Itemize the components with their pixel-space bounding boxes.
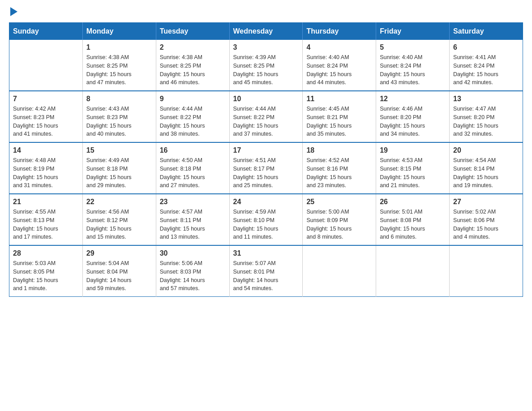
day-info: Sunrise: 4:38 AM Sunset: 8:25 PM Dayligh… (160, 53, 226, 87)
day-header-sunday: Sunday (9, 23, 83, 40)
day-number: 29 (86, 249, 152, 257)
day-number: 7 (13, 95, 79, 103)
day-number: 18 (306, 146, 372, 154)
day-info: Sunrise: 4:56 AM Sunset: 8:12 PM Dayligh… (86, 208, 152, 241)
day-number: 10 (233, 95, 299, 103)
calendar-cell: 8Sunrise: 4:43 AM Sunset: 8:23 PM Daylig… (82, 91, 156, 142)
calendar-cell: 13Sunrise: 4:47 AM Sunset: 8:20 PM Dayli… (450, 91, 523, 142)
day-info: Sunrise: 4:41 AM Sunset: 8:24 PM Dayligh… (453, 53, 519, 87)
day-info: Sunrise: 5:04 AM Sunset: 8:04 PM Dayligh… (86, 259, 152, 293)
day-info: Sunrise: 4:53 AM Sunset: 8:15 PM Dayligh… (380, 156, 446, 190)
calendar-cell: 9Sunrise: 4:44 AM Sunset: 8:22 PM Daylig… (156, 91, 229, 142)
day-info: Sunrise: 4:47 AM Sunset: 8:20 PM Dayligh… (453, 105, 519, 138)
day-header-wednesday: Wednesday (229, 23, 303, 40)
day-number: 2 (160, 43, 226, 51)
day-number: 27 (453, 198, 519, 206)
day-info: Sunrise: 4:44 AM Sunset: 8:22 PM Dayligh… (160, 105, 226, 138)
calendar-cell: 21Sunrise: 4:55 AM Sunset: 8:13 PM Dayli… (9, 194, 83, 245)
day-info: Sunrise: 5:01 AM Sunset: 8:08 PM Dayligh… (380, 208, 446, 241)
page-header (9, 9, 523, 13)
calendar-cell: 6Sunrise: 4:41 AM Sunset: 8:24 PM Daylig… (450, 40, 523, 91)
day-info: Sunrise: 4:48 AM Sunset: 8:19 PM Dayligh… (13, 156, 79, 190)
day-number: 3 (233, 43, 299, 51)
day-number: 31 (233, 249, 299, 257)
logo-arrow-icon (10, 7, 17, 16)
day-number: 12 (380, 95, 446, 103)
day-number: 17 (233, 146, 299, 154)
calendar-cell (376, 245, 450, 297)
calendar-cell: 26Sunrise: 5:01 AM Sunset: 8:08 PM Dayli… (376, 194, 450, 245)
day-info: Sunrise: 4:39 AM Sunset: 8:25 PM Dayligh… (233, 53, 299, 87)
calendar-cell: 2Sunrise: 4:38 AM Sunset: 8:25 PM Daylig… (156, 40, 229, 91)
calendar-cell: 3Sunrise: 4:39 AM Sunset: 8:25 PM Daylig… (229, 40, 303, 91)
calendar-cell: 25Sunrise: 5:00 AM Sunset: 8:09 PM Dayli… (303, 194, 376, 245)
day-number: 11 (306, 95, 372, 103)
day-info: Sunrise: 4:42 AM Sunset: 8:23 PM Dayligh… (13, 105, 79, 138)
day-header-monday: Monday (82, 23, 156, 40)
day-number: 25 (306, 198, 372, 206)
day-info: Sunrise: 4:59 AM Sunset: 8:10 PM Dayligh… (233, 208, 299, 241)
day-info: Sunrise: 5:06 AM Sunset: 8:03 PM Dayligh… (160, 259, 226, 293)
day-number: 30 (160, 249, 226, 257)
day-header-friday: Friday (376, 23, 450, 40)
day-number: 20 (453, 146, 519, 154)
day-number: 5 (380, 43, 446, 51)
day-info: Sunrise: 4:50 AM Sunset: 8:18 PM Dayligh… (160, 156, 226, 190)
calendar-cell: 22Sunrise: 4:56 AM Sunset: 8:12 PM Dayli… (82, 194, 156, 245)
day-header-saturday: Saturday (450, 23, 523, 40)
day-header-thursday: Thursday (303, 23, 376, 40)
day-number: 15 (86, 146, 152, 154)
day-number: 28 (13, 249, 79, 257)
day-info: Sunrise: 4:57 AM Sunset: 8:11 PM Dayligh… (160, 208, 226, 241)
day-number: 22 (86, 198, 152, 206)
day-info: Sunrise: 5:03 AM Sunset: 8:05 PM Dayligh… (13, 259, 79, 293)
calendar-cell: 20Sunrise: 4:54 AM Sunset: 8:14 PM Dayli… (450, 142, 523, 194)
day-info: Sunrise: 4:40 AM Sunset: 8:24 PM Dayligh… (306, 53, 372, 87)
day-number: 24 (233, 198, 299, 206)
day-number: 21 (13, 198, 79, 206)
calendar-cell: 29Sunrise: 5:04 AM Sunset: 8:04 PM Dayli… (82, 245, 156, 297)
calendar-cell: 27Sunrise: 5:02 AM Sunset: 8:06 PM Dayli… (450, 194, 523, 245)
day-info: Sunrise: 4:40 AM Sunset: 8:24 PM Dayligh… (380, 53, 446, 87)
day-number: 8 (86, 95, 152, 103)
calendar-cell (450, 245, 523, 297)
calendar-cell: 12Sunrise: 4:46 AM Sunset: 8:20 PM Dayli… (376, 91, 450, 142)
day-number: 14 (13, 146, 79, 154)
calendar-header-row: SundayMondayTuesdayWednesdayThursdayFrid… (9, 23, 523, 40)
day-info: Sunrise: 4:38 AM Sunset: 8:25 PM Dayligh… (86, 53, 152, 87)
day-info: Sunrise: 4:43 AM Sunset: 8:23 PM Dayligh… (86, 105, 152, 138)
day-info: Sunrise: 4:52 AM Sunset: 8:16 PM Dayligh… (306, 156, 372, 190)
calendar-cell: 16Sunrise: 4:50 AM Sunset: 8:18 PM Dayli… (156, 142, 229, 194)
calendar-week-row: 14Sunrise: 4:48 AM Sunset: 8:19 PM Dayli… (9, 142, 523, 194)
calendar-cell: 4Sunrise: 4:40 AM Sunset: 8:24 PM Daylig… (303, 40, 376, 91)
calendar-week-row: 7Sunrise: 4:42 AM Sunset: 8:23 PM Daylig… (9, 91, 523, 142)
day-number: 23 (160, 198, 226, 206)
day-info: Sunrise: 5:02 AM Sunset: 8:06 PM Dayligh… (453, 208, 519, 241)
calendar-cell: 28Sunrise: 5:03 AM Sunset: 8:05 PM Dayli… (9, 245, 83, 297)
day-info: Sunrise: 5:07 AM Sunset: 8:01 PM Dayligh… (233, 259, 299, 293)
calendar-cell: 17Sunrise: 4:51 AM Sunset: 8:17 PM Dayli… (229, 142, 303, 194)
calendar-cell: 10Sunrise: 4:44 AM Sunset: 8:22 PM Dayli… (229, 91, 303, 142)
calendar-cell: 15Sunrise: 4:49 AM Sunset: 8:18 PM Dayli… (82, 142, 156, 194)
calendar-cell: 1Sunrise: 4:38 AM Sunset: 8:25 PM Daylig… (82, 40, 156, 91)
day-header-tuesday: Tuesday (156, 23, 229, 40)
calendar-cell: 30Sunrise: 5:06 AM Sunset: 8:03 PM Dayli… (156, 245, 229, 297)
day-number: 26 (380, 198, 446, 206)
day-info: Sunrise: 4:46 AM Sunset: 8:20 PM Dayligh… (380, 105, 446, 138)
calendar-cell (303, 245, 376, 297)
day-number: 19 (380, 146, 446, 154)
calendar-cell: 23Sunrise: 4:57 AM Sunset: 8:11 PM Dayli… (156, 194, 229, 245)
calendar-week-row: 28Sunrise: 5:03 AM Sunset: 8:05 PM Dayli… (9, 245, 523, 297)
calendar-cell: 31Sunrise: 5:07 AM Sunset: 8:01 PM Dayli… (229, 245, 303, 297)
calendar-cell: 19Sunrise: 4:53 AM Sunset: 8:15 PM Dayli… (376, 142, 450, 194)
day-number: 16 (160, 146, 226, 154)
calendar-cell: 11Sunrise: 4:45 AM Sunset: 8:21 PM Dayli… (303, 91, 376, 142)
calendar-cell: 7Sunrise: 4:42 AM Sunset: 8:23 PM Daylig… (9, 91, 83, 142)
day-number: 1 (86, 43, 152, 51)
calendar-table: SundayMondayTuesdayWednesdayThursdayFrid… (9, 22, 523, 297)
calendar-cell: 14Sunrise: 4:48 AM Sunset: 8:19 PM Dayli… (9, 142, 83, 194)
day-info: Sunrise: 4:54 AM Sunset: 8:14 PM Dayligh… (453, 156, 519, 190)
day-info: Sunrise: 5:00 AM Sunset: 8:09 PM Dayligh… (306, 208, 372, 241)
logo (9, 9, 17, 13)
calendar-cell: 24Sunrise: 4:59 AM Sunset: 8:10 PM Dayli… (229, 194, 303, 245)
